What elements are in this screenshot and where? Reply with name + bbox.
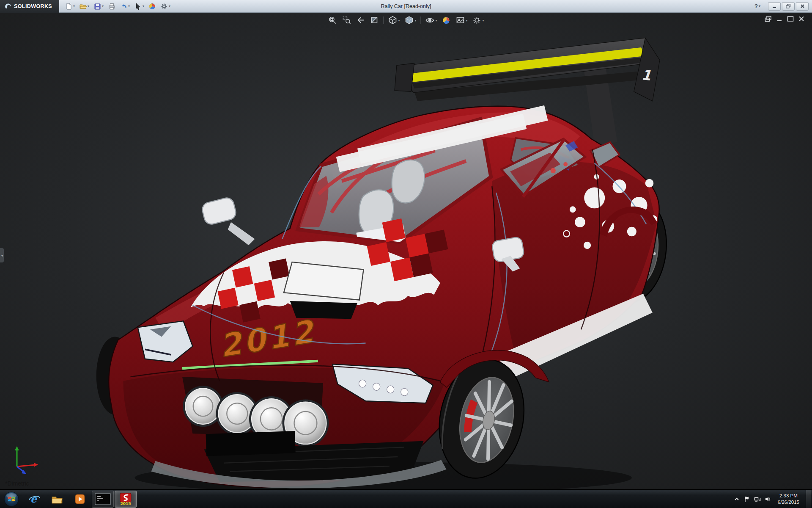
appearance-ball-icon	[148, 3, 156, 10]
section-view-button[interactable]	[369, 15, 379, 25]
edit-appearance-button[interactable]	[147, 1, 157, 11]
close-button[interactable]	[796, 2, 809, 11]
show-hidden-icons-button[interactable]	[734, 497, 740, 502]
network-icon	[754, 496, 761, 502]
view-settings-button[interactable]	[472, 15, 485, 25]
taskbar-item-internet-explorer[interactable]: e	[23, 491, 45, 508]
network-button[interactable]	[754, 496, 761, 502]
headsup-toolbar	[327, 15, 484, 25]
undo-button[interactable]	[118, 1, 131, 11]
zoom-area-icon	[342, 16, 351, 25]
windows-start-icon	[4, 491, 19, 507]
chevron-up-icon	[734, 497, 740, 502]
scene-icon	[456, 16, 465, 25]
folder-icon	[51, 494, 63, 505]
y-axis-arrow	[15, 446, 19, 450]
svg-text:e: e	[30, 493, 38, 505]
3d-model-rally-car[interactable]: 1	[0, 13, 812, 489]
print-button[interactable]	[107, 1, 117, 11]
media-player-icon	[74, 494, 85, 505]
standard-toolbar	[59, 1, 172, 11]
zoom-fit-icon	[328, 16, 337, 25]
undo-icon	[120, 3, 127, 10]
solidworks-app-icon: 2015	[119, 493, 132, 505]
open-folder-icon	[79, 3, 87, 10]
show-desktop-button[interactable]	[806, 490, 811, 508]
new-document-button[interactable]	[63, 1, 76, 11]
view-cube-icon	[388, 16, 397, 25]
action-center-button[interactable]	[743, 496, 750, 502]
restore-button[interactable]	[782, 2, 795, 11]
zoom-to-area-button[interactable]	[341, 15, 351, 25]
save-button[interactable]	[92, 1, 105, 11]
toolbar-separator	[420, 17, 421, 24]
clock-date: 6/26/2015	[778, 499, 799, 505]
graphics-area[interactable]: 1	[0, 13, 812, 489]
new-document-icon	[65, 3, 72, 10]
clock-time: 2:33 PM	[778, 493, 799, 499]
wing-number-decal: 1	[641, 67, 652, 84]
internet-explorer-icon: e	[28, 493, 40, 505]
options-gear-icon	[160, 3, 168, 10]
display-style-button[interactable]	[404, 15, 417, 25]
minimize-icon	[772, 4, 777, 8]
close-icon	[800, 4, 805, 8]
select-cursor-icon	[134, 3, 142, 10]
flag-icon	[743, 496, 750, 502]
solidworks-year-badge: 2015	[120, 502, 131, 505]
select-button[interactable]	[133, 1, 145, 11]
open-button[interactable]	[78, 1, 91, 11]
doc-minimize-button[interactable]	[776, 16, 783, 22]
titlebar: SOLIDWORKS	[0, 0, 812, 13]
minimize-button[interactable]	[768, 2, 781, 11]
save-icon	[93, 3, 101, 10]
previous-view-button[interactable]	[355, 15, 365, 25]
print-icon	[108, 3, 115, 10]
eye-icon	[425, 16, 434, 25]
zoom-to-fit-button[interactable]	[327, 15, 337, 25]
doc-maximize-icon	[787, 16, 794, 22]
solidworks-window: SOLIDWORKS	[0, 0, 812, 508]
document-window-controls	[765, 16, 805, 22]
section-view-icon	[370, 16, 379, 25]
solidworks-logo: SOLIDWORKS	[0, 0, 59, 13]
origin-triad	[12, 443, 43, 477]
system-tray: 2:33 PM 6/26/2015	[734, 490, 812, 508]
console-window-icon	[95, 493, 111, 505]
dassault-swirl-icon	[3, 2, 12, 11]
appearance-ball-icon	[442, 16, 451, 25]
taskbar-item-solidworks[interactable]: 2015	[115, 491, 137, 508]
document-title: Rally Car [Read-only]	[381, 0, 431, 13]
help-button[interactable]: ?	[754, 3, 760, 9]
window-controls	[768, 2, 809, 11]
doc-restore-icon	[765, 16, 772, 22]
feature-tree-collapse-tab[interactable]: ◂	[0, 248, 4, 262]
display-style-icon	[404, 16, 414, 25]
view-orientation-button[interactable]	[387, 15, 400, 25]
doc-minimize-icon	[776, 16, 783, 22]
edit-appearance-viewport-button[interactable]	[442, 15, 452, 25]
license-plate	[206, 431, 295, 456]
options-button[interactable]	[159, 1, 172, 11]
start-button[interactable]	[0, 490, 23, 508]
x-axis-arrow	[34, 463, 38, 467]
doc-restore-button[interactable]	[765, 16, 772, 22]
restore-icon	[786, 4, 791, 8]
taskbar-item-media-player[interactable]	[69, 491, 91, 508]
hood-scoop	[284, 262, 364, 300]
doc-maximize-button[interactable]	[787, 16, 794, 22]
apply-scene-button[interactable]	[455, 15, 468, 25]
hide-show-items-button[interactable]	[425, 15, 437, 25]
doc-close-icon	[798, 16, 805, 22]
speaker-icon	[765, 496, 771, 502]
view-orientation-label: *Dimetric	[5, 480, 29, 487]
volume-button[interactable]	[765, 496, 771, 502]
titlebar-right: ?	[754, 2, 812, 11]
doc-close-button[interactable]	[798, 16, 805, 22]
view-settings-icon	[472, 16, 482, 25]
app-name: SOLIDWORKS	[14, 3, 52, 9]
taskbar-item-file-explorer[interactable]	[46, 491, 68, 508]
taskbar-clock[interactable]: 2:33 PM 6/26/2015	[775, 493, 802, 505]
taskbar-item-command-prompt[interactable]	[92, 491, 114, 508]
previous-view-icon	[356, 16, 365, 25]
